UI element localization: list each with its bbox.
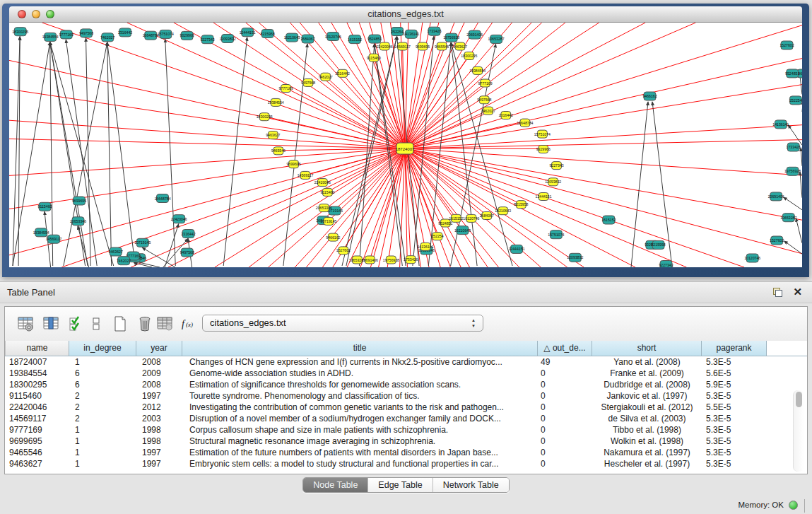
- svg-text:252254: 252254: [391, 30, 403, 34]
- select-column-icon[interactable]: [40, 313, 61, 334]
- cell-pagerank: 5.3E-5: [702, 424, 767, 436]
- table-scrollbar[interactable]: [793, 390, 804, 472]
- cell-out_de: 0: [538, 402, 592, 413]
- cell-out_de: 0: [538, 413, 592, 424]
- close-panel-icon[interactable]: ✕: [793, 286, 802, 298]
- column-header-out_de[interactable]: △ out_de...: [538, 341, 592, 356]
- cell-short: Stergiakouli et al. (2012): [592, 402, 702, 413]
- svg-text:1733426: 1733426: [404, 257, 418, 262]
- new-table-icon[interactable]: [110, 313, 131, 334]
- cell-in_degree: 1: [69, 436, 136, 447]
- tab-network-table[interactable]: Network Table: [433, 478, 509, 492]
- cell-name: 19384554: [5, 368, 69, 379]
- cell-name: 9699695: [5, 436, 69, 447]
- scrollbar-thumb[interactable]: [796, 392, 802, 407]
- svg-text:2316442: 2316442: [181, 232, 195, 236]
- svg-text:1615152: 1615152: [601, 218, 616, 222]
- svg-text:2684067: 2684067: [480, 214, 494, 218]
- tab-node-table[interactable]: Node Table: [303, 478, 368, 492]
- svg-text:14136141: 14136141: [417, 245, 433, 249]
- svg-text:7462027: 7462027: [117, 259, 131, 263]
- float-panel-icon[interactable]: [773, 288, 782, 297]
- cell-pagerank: 5.3E-5: [702, 436, 767, 447]
- cell-out_de: 49: [538, 356, 592, 368]
- cell-name: 9463627: [5, 458, 69, 469]
- cell-in_degree: 1: [69, 458, 136, 469]
- svg-text:16210643: 16210643: [284, 35, 300, 40]
- table-row[interactable]: 911546021997Tourette syndrome. Phenomeno…: [5, 390, 807, 402]
- cell-year: 2008: [136, 379, 182, 390]
- svg-text:16210643: 16210643: [495, 209, 511, 213]
- svg-text:14569117: 14569117: [394, 45, 411, 49]
- svg-text:10653287: 10653287: [780, 216, 796, 220]
- column-header-name[interactable]: name: [5, 341, 69, 356]
- network-window-titlebar[interactable]: citations_edges.txt: [9, 6, 802, 23]
- cell-year: 1997: [136, 447, 182, 458]
- svg-text:9463627: 9463627: [266, 133, 280, 137]
- window-minimize-button[interactable]: [32, 10, 40, 18]
- svg-text:9777169: 9777169: [278, 86, 293, 90]
- citation-network-graph[interactable]: 1830029519384554977716994975687462027231…: [9, 23, 802, 267]
- cell-short: Wolkin et al. (1998): [592, 436, 702, 447]
- svg-text:9524851: 9524851: [785, 71, 799, 76]
- table-row[interactable]: 1938455462009Genome-wide association stu…: [5, 368, 807, 379]
- cell-name: 9777169: [5, 424, 69, 436]
- svg-text:9497568: 9497568: [79, 31, 93, 35]
- svg-text:19756928: 19756928: [443, 35, 459, 40]
- delete-table-icon[interactable]: [134, 313, 155, 334]
- column-header-title[interactable]: title: [182, 341, 538, 356]
- table-row[interactable]: 969969511998Structural magnetic resonanc…: [5, 436, 807, 447]
- column-header-short[interactable]: short: [592, 341, 702, 356]
- window-close-button[interactable]: [18, 10, 26, 18]
- column-header-pagerank[interactable]: pagerank: [702, 341, 767, 356]
- svg-text:1527602: 1527602: [336, 248, 351, 252]
- table-row[interactable]: 1456911722003Disruption of a novel membe…: [5, 413, 807, 424]
- svg-text:9466162: 9466162: [326, 235, 340, 240]
- svg-text:10719145: 10719145: [320, 219, 336, 223]
- status-bar: Memory: OK: [0, 497, 812, 514]
- table-selector-dropdown[interactable]: citations_edges.txt ▲▼: [202, 315, 483, 332]
- svg-text:9329966: 9329966: [180, 33, 194, 37]
- svg-text:12093832: 12093832: [545, 180, 561, 184]
- svg-text:9497568: 9497568: [477, 98, 491, 102]
- cell-title: Corpus callosum shape and size in male p…: [182, 424, 538, 436]
- cell-short: de Silva et al. (2003): [592, 413, 702, 424]
- table-panel: Table Panel ✕ f(x) citations_edges.txt ▲…: [0, 281, 812, 514]
- table-row[interactable]: 1830029562008Estimation of significance …: [5, 379, 807, 390]
- svg-text:12093832: 12093832: [219, 37, 235, 41]
- cell-title: Estimation of significance thresholds fo…: [182, 379, 538, 390]
- svg-text:9115460: 9115460: [367, 56, 381, 60]
- column-header-year[interactable]: year: [136, 341, 182, 356]
- table-settings-icon[interactable]: [15, 313, 36, 334]
- clear-selection-icon[interactable]: [86, 313, 107, 334]
- window-zoom-button[interactable]: [46, 10, 54, 18]
- table-row[interactable]: 1872400712008Changes of HCN gene express…: [5, 356, 807, 368]
- cell-in_degree: 2: [69, 402, 136, 413]
- svg-text:16648784: 16648784: [154, 197, 170, 201]
- network-canvas[interactable]: 1830029519384554977716994975687462027231…: [9, 23, 802, 267]
- svg-text:20691406: 20691406: [466, 33, 483, 37]
- table-row[interactable]: 946362711997Embryonic stem cells: a mode…: [5, 458, 807, 469]
- svg-text:16210643: 16210643: [454, 228, 471, 233]
- table-panel-title: Table Panel: [7, 287, 55, 298]
- svg-text:9465546: 9465546: [271, 148, 286, 153]
- svg-text:9463627: 9463627: [453, 45, 467, 49]
- cell-out_de: 0: [538, 424, 592, 436]
- column-header-in_degree[interactable]: in_degree: [69, 341, 136, 356]
- cell-name: 14569117: [5, 413, 69, 424]
- table-type-segmented-control: Node TableEdge TableNetwork Table: [302, 477, 509, 493]
- select-rows-icon[interactable]: [66, 313, 87, 334]
- cell-title: Structural magnetic resonance image aver…: [182, 436, 538, 447]
- cell-out_de: 0: [538, 390, 592, 402]
- table-row[interactable]: 2242004622012Investigating the contribut…: [5, 402, 807, 413]
- cell-name: 18300295: [5, 379, 69, 390]
- cell-out_de: 0: [538, 447, 592, 458]
- table-row[interactable]: 946554611997Estimation of the future num…: [5, 447, 807, 458]
- network-view-window[interactable]: citations_edges.txt 18300295193845549777…: [2, 4, 809, 277]
- function-builder-icon[interactable]: f(x): [177, 313, 199, 334]
- table-row[interactable]: 977716911998Corpus callosum shape and si…: [5, 424, 807, 436]
- svg-text:9497568: 9497568: [301, 81, 315, 85]
- tab-edge-table[interactable]: Edge Table: [368, 478, 433, 492]
- cell-out_de: 0: [538, 368, 592, 379]
- svg-text:19384554: 19384554: [33, 230, 49, 235]
